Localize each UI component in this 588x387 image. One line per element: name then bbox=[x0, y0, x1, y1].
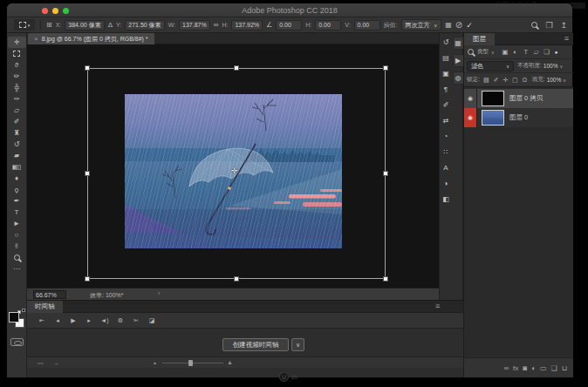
transform-handle-ne[interactable] bbox=[383, 65, 388, 71]
delete-layer-icon[interactable]: ⊔ bbox=[562, 364, 567, 372]
clone-source-panel-icon[interactable]: ⇄ bbox=[441, 115, 452, 126]
filter-type-label[interactable]: 类型 bbox=[477, 48, 489, 56]
lock-artboard-icon[interactable]: ▢ bbox=[510, 77, 520, 84]
mute-audio-button[interactable]: ◄) bbox=[99, 315, 111, 327]
commit-transform-icon[interactable]: ✓ bbox=[466, 21, 473, 30]
zoom-in-frames-icon[interactable]: ▲ bbox=[227, 359, 233, 365]
lock-paint-icon[interactable]: ✐ bbox=[491, 77, 501, 84]
zoom-out-frames-icon[interactable]: ▲ bbox=[153, 360, 157, 365]
transform-handle-s[interactable] bbox=[234, 276, 239, 282]
path-selection-tool[interactable]: ► bbox=[8, 218, 26, 229]
edit-toolbar-button[interactable]: ⋯ bbox=[8, 263, 26, 275]
blur-tool[interactable]: ♦ bbox=[8, 173, 26, 184]
properties-panel-icon[interactable]: ▤ bbox=[441, 52, 452, 64]
lock-position-icon[interactable]: ✛ bbox=[501, 77, 510, 84]
split-clip-button[interactable]: ✂ bbox=[130, 315, 142, 327]
layer-name[interactable]: 图层 0 bbox=[509, 113, 528, 122]
timeline-zoom-thumb[interactable] bbox=[188, 360, 193, 366]
gradient-tool[interactable] bbox=[8, 161, 26, 173]
healing-brush-tool[interactable]: ▱ bbox=[8, 105, 26, 116]
tab-timeline[interactable]: 时间轴 bbox=[27, 301, 63, 313]
character-panel-icon[interactable]: A bbox=[441, 162, 452, 173]
close-document-icon[interactable]: × bbox=[34, 35, 38, 43]
actions-play-icon[interactable]: ▶ bbox=[453, 54, 464, 67]
height-field[interactable]: 137.92% bbox=[231, 20, 263, 31]
width-field[interactable]: 137.87% bbox=[179, 20, 210, 31]
info-panel-icon[interactable]: ▣ bbox=[441, 68, 452, 79]
move-tool[interactable]: ✛ bbox=[8, 37, 26, 48]
add-layer-mask-icon[interactable]: ◙ bbox=[523, 364, 527, 372]
layer-visibility-eye-icon[interactable]: ◉ bbox=[464, 89, 477, 108]
crop-tool[interactable]: ╬ bbox=[8, 82, 26, 93]
lock-all-icon[interactable]: Ω bbox=[520, 77, 530, 84]
v-skew-field[interactable]: 0.00 bbox=[354, 20, 380, 31]
transform-handle-sw[interactable] bbox=[85, 276, 90, 282]
layer-style-icon[interactable]: fx bbox=[513, 364, 518, 372]
layer-row-1[interactable]: ◉ 图层 0 bbox=[464, 108, 573, 127]
h-skew-field[interactable]: 0.00 bbox=[315, 20, 341, 31]
interpolation-select[interactable]: 两次立方 ∨ bbox=[401, 19, 442, 31]
quick-selection-tool[interactable]: ✏ bbox=[8, 71, 26, 82]
relative-position-icon[interactable]: Δ bbox=[108, 21, 113, 29]
go-first-frame-button[interactable]: ⇤ bbox=[36, 315, 48, 327]
play-button[interactable]: ▶ bbox=[67, 315, 79, 327]
zoom-tool[interactable] bbox=[8, 252, 26, 263]
adjustment-layer-filter-icon[interactable]: ◐ bbox=[510, 48, 521, 56]
color-swatches[interactable] bbox=[9, 309, 26, 328]
next-frame-button[interactable]: ▸ bbox=[83, 315, 95, 327]
type-layer-filter-icon[interactable]: T bbox=[521, 48, 531, 56]
share-image-icon[interactable]: ↥ bbox=[560, 21, 567, 30]
timeline-settings-button[interactable]: ⚙ bbox=[114, 315, 126, 327]
timeline-zoom-track[interactable] bbox=[162, 363, 223, 363]
tab-layers[interactable]: 图层 bbox=[464, 33, 495, 45]
layer-thumbnail-scene[interactable] bbox=[482, 110, 504, 126]
adjustments-panel-icon[interactable]: ◧ bbox=[441, 194, 452, 205]
transform-handle-nw[interactable] bbox=[85, 65, 90, 71]
brush-settings-panel-icon[interactable]: ✐ bbox=[441, 99, 452, 111]
pixel-layer-filter-icon[interactable]: ▣ bbox=[500, 48, 510, 56]
transform-handle-e[interactable] bbox=[383, 171, 388, 176]
history-panel-icon[interactable]: ↺ bbox=[441, 37, 452, 48]
cancel-transform-icon[interactable]: ⊘ bbox=[455, 20, 462, 30]
sphere-panel-icon[interactable]: ◍ bbox=[453, 71, 464, 85]
transform-handle-w[interactable] bbox=[85, 171, 90, 176]
type-tool[interactable]: T bbox=[8, 207, 26, 218]
filter-toggle-icon[interactable]: ● bbox=[555, 50, 558, 55]
dodge-tool[interactable]: ϙ bbox=[8, 184, 26, 195]
transition-button[interactable]: ◪ bbox=[146, 315, 158, 327]
link-layers-icon[interactable]: ∞ bbox=[503, 364, 509, 372]
hand-tool[interactable]: ✌ bbox=[8, 241, 26, 252]
rotation-field[interactable]: 0.00 bbox=[276, 20, 302, 31]
layer-name[interactable]: 图层 0 拷贝 bbox=[509, 94, 543, 103]
transform-handle-n[interactable] bbox=[234, 65, 239, 71]
paragraph-panel-icon[interactable]: ¶ bbox=[441, 84, 452, 95]
pen-tool[interactable]: ✒ bbox=[8, 195, 26, 207]
fill-value[interactable]: 100% bbox=[547, 77, 562, 83]
create-video-timeline-button[interactable]: 创建视频时间轴 bbox=[222, 338, 289, 351]
history-brush-tool[interactable]: ↺ bbox=[8, 139, 26, 150]
lock-transparency-icon[interactable]: ▨ bbox=[482, 77, 491, 84]
new-layer-icon[interactable]: ❏ bbox=[551, 364, 557, 372]
layer-thumbnail-black[interactable] bbox=[482, 91, 504, 106]
reference-point-icon[interactable]: ⊞ bbox=[46, 21, 52, 29]
warp-mode-toggle-icon[interactable]: ▦ bbox=[445, 21, 452, 29]
glyphs-panel-icon[interactable]: ∷ bbox=[441, 146, 452, 158]
workspace-grid-icon[interactable]: ▦ bbox=[453, 37, 464, 50]
adjustment-layer-icon[interactable]: ◐ bbox=[531, 364, 536, 372]
layers-menu-icon[interactable]: ≡ bbox=[564, 34, 569, 43]
marquee-tool[interactable] bbox=[8, 48, 26, 59]
workspace-switcher-icon[interactable]: ❒ bbox=[545, 21, 552, 30]
shape-layer-filter-icon[interactable]: ▱ bbox=[531, 48, 542, 56]
color-panel-icon[interactable]: ◔ bbox=[441, 131, 452, 142]
opacity-value[interactable]: 100% bbox=[544, 63, 558, 69]
layer-row-0[interactable]: ◉ 图层 0 拷贝 bbox=[464, 89, 573, 108]
quick-mask-button[interactable] bbox=[10, 338, 24, 346]
clone-stamp-tool[interactable]: ♜ bbox=[8, 127, 26, 139]
x-position-field[interactable]: 384.00 像素 bbox=[65, 20, 104, 31]
timeline-menu-icon[interactable]: ≡ bbox=[435, 302, 440, 310]
canvas-area[interactable]: ✛ bbox=[27, 44, 439, 288]
link-wh-icon[interactable]: ∞ bbox=[214, 21, 219, 29]
status-chevron-icon[interactable]: › bbox=[158, 290, 160, 296]
create-timeline-caret[interactable]: ∨ bbox=[291, 338, 304, 351]
zoom-level-field[interactable]: 66.67% bbox=[33, 290, 66, 299]
